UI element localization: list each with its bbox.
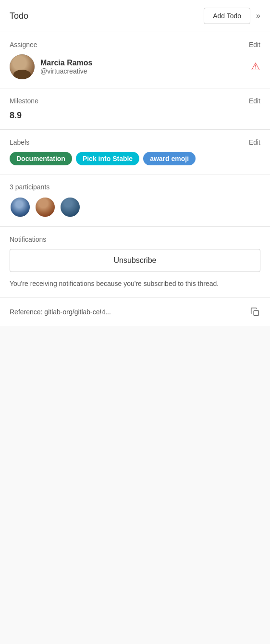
participant-avatar-1 — [10, 197, 31, 218]
copy-icon-svg — [250, 307, 260, 317]
notifications-label: Notifications — [10, 235, 46, 243]
assignee-info: Marcia Ramos @virtuacreative — [10, 54, 93, 79]
milestone-value: 8.9 — [10, 111, 22, 120]
milestone-edit-link[interactable]: Edit — [249, 97, 260, 105]
milestone-section-header: Milestone Edit — [10, 97, 260, 105]
svg-rect-0 — [254, 310, 258, 315]
label-documentation[interactable]: Documentation — [10, 152, 72, 165]
assignee-avatar-image — [10, 54, 35, 79]
participants-section: 3 participants — [0, 174, 270, 227]
assignee-section-header: Assignee Edit — [10, 41, 260, 49]
assignee-details: Marcia Ramos @virtuacreative — [40, 59, 93, 75]
notifications-section-header: Notifications — [10, 235, 260, 243]
todo-title: Todo — [10, 11, 204, 21]
milestone-section: Milestone Edit 8.9 — [0, 88, 270, 130]
participant-avatar-3 — [60, 197, 81, 218]
main-container: Todo Add Todo » Assignee Edit Marcia Ram… — [0, 0, 270, 326]
assignee-edit-link[interactable]: Edit — [249, 41, 260, 49]
participants-avatars — [10, 197, 260, 218]
participants-count: 3 participants — [10, 183, 260, 191]
milestone-label: Milestone — [10, 97, 38, 105]
assignee-section: Assignee Edit Marcia Ramos @virtuacreati… — [0, 32, 270, 88]
notification-description: You're receiving notifications because y… — [10, 279, 260, 289]
expand-icon[interactable]: » — [256, 12, 260, 20]
assignee-handle: @virtuacreative — [40, 67, 93, 75]
assignee-row: Marcia Ramos @virtuacreative ⚠ — [10, 54, 260, 79]
participant-avatar-2 — [35, 197, 56, 218]
labels-section: Labels Edit Documentation Pick into Stab… — [0, 130, 270, 174]
copy-reference-button[interactable] — [250, 307, 260, 317]
reference-text: Reference: gitlab-org/gitlab-ce!4... — [10, 308, 111, 316]
label-pick-into-stable[interactable]: Pick into Stable — [76, 152, 139, 165]
assignee-label: Assignee — [10, 41, 37, 49]
notifications-section: Notifications Unsubscribe You're receivi… — [0, 227, 270, 298]
assignee-name: Marcia Ramos — [40, 59, 93, 67]
labels-row: Documentation Pick into Stable award emo… — [10, 152, 260, 165]
labels-section-header: Labels Edit — [10, 138, 260, 146]
add-todo-button[interactable]: Add Todo — [204, 8, 250, 24]
label-award-emoji[interactable]: award emoji — [143, 152, 196, 165]
labels-edit-link[interactable]: Edit — [249, 138, 260, 146]
todo-header: Todo Add Todo » — [0, 0, 270, 32]
avatar — [10, 54, 35, 79]
unsubscribe-button[interactable]: Unsubscribe — [10, 249, 260, 272]
reference-section: Reference: gitlab-org/gitlab-ce!4... — [0, 298, 270, 326]
warning-icon: ⚠ — [251, 61, 260, 73]
reference-row: Reference: gitlab-org/gitlab-ce!4... — [10, 307, 260, 317]
labels-label: Labels — [10, 138, 29, 146]
